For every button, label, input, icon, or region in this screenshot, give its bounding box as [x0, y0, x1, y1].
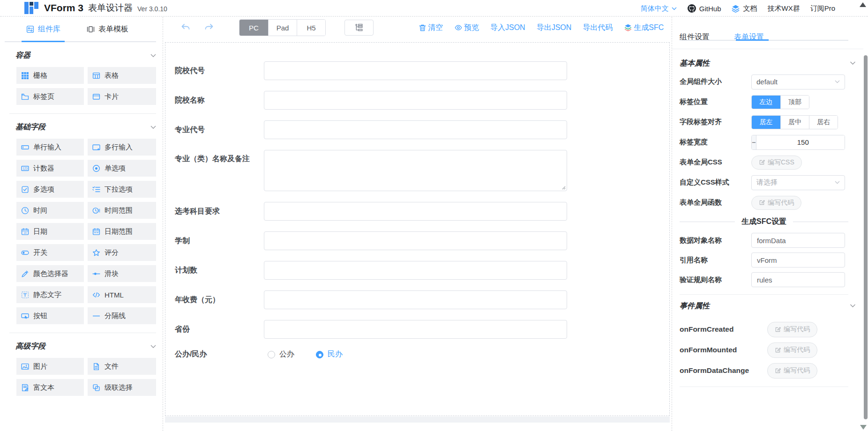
date-icon: 19: [21, 228, 29, 236]
field-input-xkkm[interactable]: [264, 202, 567, 221]
widget-item-file[interactable]: 文件: [88, 358, 156, 375]
widget-item-switch[interactable]: 开关: [16, 244, 84, 261]
widget-item-divider[interactable]: 分隔线: [88, 307, 156, 324]
textarea-resize-handle[interactable]: [561, 185, 566, 190]
label-position-top[interactable]: 顶部: [780, 96, 809, 109]
tab-form-templates[interactable]: 表单模板: [87, 24, 128, 34]
undo-button[interactable]: [180, 22, 191, 33]
widget-item-time-range[interactable]: 时间范围: [88, 202, 156, 219]
custom-class-select[interactable]: 请选择: [751, 175, 845, 190]
page-scrollbar[interactable]: [863, 17, 868, 431]
form-data-name-input[interactable]: [751, 233, 845, 248]
widget-item-cascader[interactable]: 级联选择: [88, 379, 156, 396]
edit-onformcreated-button[interactable]: 编写代码: [767, 322, 817, 337]
form-field-row[interactable]: 公办/民办 公办 民办: [175, 349, 669, 359]
field-label: 选考科目要求: [175, 202, 264, 221]
clear-button[interactable]: 清空: [419, 23, 443, 33]
widget-item-checkbox[interactable]: 多选项: [16, 181, 84, 198]
scrollbar-up-arrow[interactable]: [860, 2, 866, 7]
widget-item-time[interactable]: 时间: [16, 202, 84, 219]
widget-item-table[interactable]: 表格: [88, 67, 156, 84]
form-field-row[interactable]: 年收费（元）: [175, 290, 669, 309]
redo-button[interactable]: [203, 22, 215, 33]
form-field-row[interactable]: 专业（类）名称及备注: [175, 150, 669, 191]
widget-item-color-picker[interactable]: 颜色选择器: [16, 265, 84, 282]
form-field-row[interactable]: 院校名称: [175, 91, 669, 110]
section-advanced-fields[interactable]: 高级字段: [15, 342, 156, 351]
field-textarea-zymc[interactable]: [264, 150, 567, 191]
field-input-xz[interactable]: [264, 231, 567, 250]
edit-onformmounted-button[interactable]: 编写代码: [767, 342, 817, 358]
widget-item-date[interactable]: 19 日期: [16, 223, 84, 240]
decrease-button[interactable]: −: [752, 135, 756, 149]
field-input-nsf[interactable]: [264, 290, 567, 309]
widget-item-tab[interactable]: 标签页: [16, 88, 84, 105]
form-field-row[interactable]: 计划数: [175, 261, 669, 280]
widget-item-number[interactable]: 123 计数器: [16, 160, 84, 177]
basic-props-header[interactable]: 基本属性: [680, 55, 856, 72]
section-basic-fields[interactable]: 基础字段: [15, 122, 156, 132]
label-position-left[interactable]: 左边: [752, 96, 780, 109]
widget-item-input[interactable]: 单行输入: [16, 139, 84, 156]
field-input-sf[interactable]: [264, 320, 567, 339]
form-field-row[interactable]: 学制: [175, 231, 669, 250]
device-h5-button[interactable]: H5: [297, 20, 325, 36]
form-field-row[interactable]: 省份: [175, 320, 669, 339]
radio-option-private[interactable]: 民办: [316, 349, 343, 359]
svg-text:19: 19: [24, 231, 27, 234]
edit-css-button[interactable]: 编写CSS: [751, 156, 802, 170]
device-pc-button[interactable]: PC: [239, 20, 268, 36]
tab-widget-lib[interactable]: 组件库: [26, 24, 60, 34]
field-input-yxmc[interactable]: [264, 91, 567, 110]
label-width-input[interactable]: [756, 135, 845, 149]
widget-item-html[interactable]: HTML: [88, 286, 156, 303]
github-link[interactable]: GitHub: [687, 4, 721, 13]
canvas-bottom-strip: [165, 416, 670, 423]
widget-item-picture[interactable]: 图片: [16, 358, 84, 375]
form-rules-name-input[interactable]: [751, 272, 845, 287]
section-container[interactable]: 容器: [15, 51, 156, 60]
export-code-button[interactable]: 导出代码: [583, 23, 613, 33]
widget-item-radio[interactable]: 单选项: [88, 160, 156, 177]
edit-functions-button[interactable]: 编写代码: [751, 196, 801, 210]
scrollbar-down-arrow[interactable]: [860, 425, 867, 430]
language-selector[interactable]: 简体中文: [641, 4, 677, 13]
preview-button[interactable]: 预览: [454, 23, 479, 33]
form-field-row[interactable]: 选考科目要求: [175, 202, 669, 221]
widget-item-rich-editor[interactable]: 富文本: [16, 379, 84, 396]
checkbox-icon: [21, 186, 29, 193]
label-align-center[interactable]: 居中: [780, 116, 809, 129]
generate-sfc-button[interactable]: 生成SFC: [624, 23, 664, 33]
widget-item-button[interactable]: 按钮: [16, 307, 84, 324]
subscribe-pro-link[interactable]: 订阅Pro: [810, 4, 835, 13]
label-align-right[interactable]: 居右: [809, 116, 838, 129]
device-pad-button[interactable]: Pad: [268, 20, 297, 36]
widget-item-date-range[interactable]: 日期范围: [88, 223, 156, 240]
widget-item-textarea[interactable]: 多行输入: [88, 139, 156, 156]
field-input-zydh[interactable]: [264, 120, 567, 139]
node-tree-button[interactable]: [344, 20, 374, 36]
global-size-select[interactable]: default: [751, 74, 845, 89]
scrollbar-thumb[interactable]: [864, 55, 868, 419]
form-design-canvas[interactable]: 院校代号 院校名称 专业代号 专业（类）名称及备注: [165, 42, 670, 416]
widget-item-grid[interactable]: 栅格: [16, 67, 84, 84]
radio-option-public[interactable]: 公办: [268, 349, 294, 359]
form-field-row[interactable]: 专业代号: [175, 120, 669, 139]
radio-circle-icon: [316, 351, 323, 358]
widget-item-static-text[interactable]: 静态文字: [16, 286, 84, 303]
widget-item-rate[interactable]: 评分: [88, 244, 156, 261]
edit-onformdatachange-button[interactable]: 编写代码: [767, 363, 817, 379]
export-json-button[interactable]: 导出JSON: [537, 23, 572, 33]
label-align-left[interactable]: 居左: [752, 116, 780, 129]
form-field-row[interactable]: 院校代号: [175, 61, 669, 80]
field-input-jhs[interactable]: [264, 261, 567, 280]
wx-group-link[interactable]: 技术WX群: [767, 4, 800, 13]
widget-item-select[interactable]: 下拉选项: [88, 181, 156, 198]
widget-item-card[interactable]: 卡片: [88, 88, 156, 105]
docs-link[interactable]: 文档: [731, 4, 757, 13]
form-ref-name-input[interactable]: [751, 253, 845, 268]
widget-item-slider[interactable]: 滑块: [88, 265, 156, 282]
event-props-header[interactable]: 事件属性: [680, 297, 856, 314]
field-input-yxdh[interactable]: [264, 61, 567, 80]
import-json-button[interactable]: 导入JSON: [490, 23, 525, 33]
